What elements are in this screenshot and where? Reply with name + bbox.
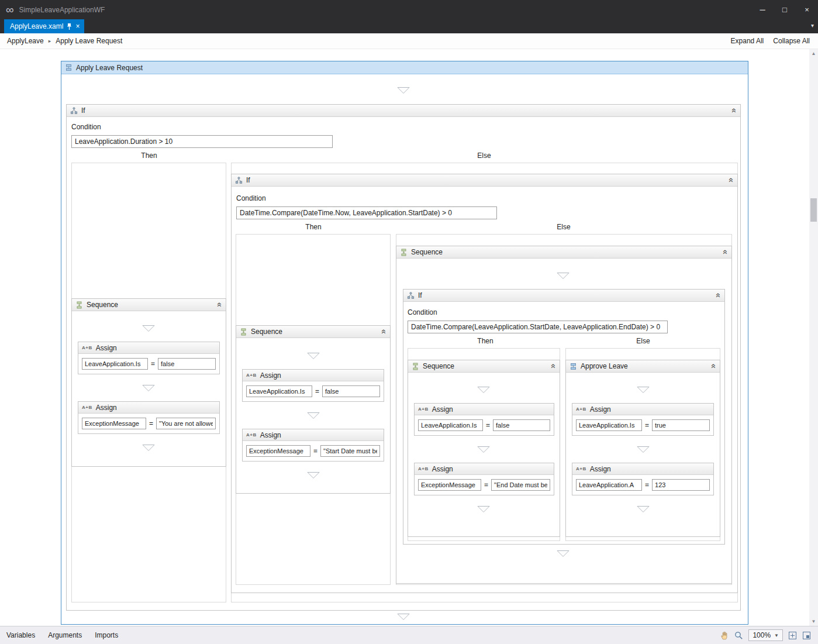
scroll-down-icon[interactable]: ▼ xyxy=(809,617,818,626)
pin-icon[interactable] xyxy=(67,23,72,30)
collapse-all-button[interactable]: Collapse All xyxy=(773,37,810,45)
if-icon xyxy=(407,292,415,299)
activity-title: Sequence xyxy=(87,301,118,309)
assign-to-input[interactable] xyxy=(246,385,312,397)
assign-header[interactable]: A+B Assign xyxy=(78,402,219,414)
collapse-chevron-icon[interactable]: « xyxy=(379,329,389,334)
pan-hand-icon[interactable] xyxy=(720,631,729,640)
collapse-chevron-icon[interactable]: « xyxy=(709,364,719,369)
equals-sign: = xyxy=(645,421,649,429)
drop-insert-triangle-icon xyxy=(142,445,155,451)
drop-insert-triangle-icon xyxy=(557,550,570,557)
variables-tab[interactable]: Variables xyxy=(0,626,42,644)
equals-sign: = xyxy=(151,360,155,368)
assign-value-input[interactable] xyxy=(491,479,550,491)
breadcrumb-item-applyleave[interactable]: ApplyLeave xyxy=(7,37,44,45)
vertical-scrollbar[interactable]: ▲ ▼ xyxy=(809,49,818,626)
tab-applyleave-xaml[interactable]: ApplyLeave.xaml × xyxy=(4,19,84,33)
overview-map-icon[interactable] xyxy=(802,631,811,640)
collapse-chevron-icon[interactable]: « xyxy=(714,293,723,298)
activity-title: Assign xyxy=(432,405,453,414)
sequence-icon xyxy=(412,363,419,370)
sequence-header[interactable]: Sequence « xyxy=(236,326,390,338)
sequence-header[interactable]: Sequence « xyxy=(408,360,560,373)
assign-activity[interactable]: A+B Assign = xyxy=(78,342,220,374)
activity-title: Assign xyxy=(432,465,453,473)
minimize-button[interactable]: ─ xyxy=(751,0,774,19)
assign-value-input[interactable] xyxy=(493,419,550,431)
close-button[interactable]: × xyxy=(796,0,818,19)
activity-icon xyxy=(65,64,73,71)
assign-to-input[interactable] xyxy=(82,358,148,370)
sequence-header[interactable]: Sequence « xyxy=(72,299,226,311)
assign-activity[interactable]: A+B Assign = xyxy=(242,429,384,462)
tab-list-caret-icon[interactable]: ▾ xyxy=(811,22,814,29)
fit-to-screen-icon[interactable] xyxy=(788,631,797,640)
activity-title: Sequence xyxy=(423,362,454,370)
expand-all-button[interactable]: Expand All xyxy=(731,37,764,45)
assign-header[interactable]: A+B Assign xyxy=(572,404,713,415)
approve-leave-header[interactable]: Approve Leave « xyxy=(566,360,720,373)
assign-header[interactable]: A+B Assign xyxy=(572,463,713,475)
assign-to-input[interactable] xyxy=(576,479,642,491)
activity-title: Assign xyxy=(590,465,611,473)
assign-value-input[interactable] xyxy=(322,385,380,397)
assign-activity[interactable]: A+B Assign = xyxy=(414,403,554,436)
sequence-activity[interactable]: Sequence « xyxy=(236,325,391,494)
assign-to-input[interactable] xyxy=(246,445,310,457)
assign-header[interactable]: A+B Assign xyxy=(415,404,554,415)
assign-value-input[interactable] xyxy=(652,419,710,431)
assign-header[interactable]: A+B Assign xyxy=(243,429,384,441)
apply-leave-request-header[interactable]: Apply Leave Request xyxy=(61,61,748,74)
assign-header[interactable]: A+B Assign xyxy=(415,463,554,475)
sequence-header[interactable]: Sequence « xyxy=(396,246,731,259)
assign-activity[interactable]: A+B Assign = xyxy=(572,463,714,495)
assign-value-input[interactable] xyxy=(652,479,710,491)
zoom-level-select[interactable]: 100% ▼ xyxy=(748,629,783,641)
if-activity-header[interactable]: If « xyxy=(232,174,737,187)
if-activity-header[interactable]: If « xyxy=(403,290,724,302)
assign-to-input[interactable] xyxy=(418,479,481,491)
status-bar: Variables Arguments Imports 100% ▼ xyxy=(0,626,818,644)
assign-activity[interactable]: A+B Assign = xyxy=(242,369,384,402)
equals-sign: = xyxy=(645,481,649,489)
condition-label: Condition xyxy=(408,308,437,316)
assign-header[interactable]: A+B Assign xyxy=(78,342,219,354)
condition-label: Condition xyxy=(71,123,101,131)
drop-insert-triangle-icon xyxy=(477,446,490,453)
collapse-chevron-icon[interactable]: « xyxy=(727,178,736,182)
scroll-up-icon[interactable]: ▲ xyxy=(809,49,818,58)
assign-value-input[interactable] xyxy=(158,358,216,370)
maximize-button[interactable]: □ xyxy=(774,0,796,19)
equals-sign: = xyxy=(315,387,319,395)
sequence-activity[interactable]: Sequence « xyxy=(71,298,226,467)
assign-to-input[interactable] xyxy=(418,419,483,431)
collapse-chevron-icon[interactable]: « xyxy=(215,302,225,307)
tab-close-icon[interactable]: × xyxy=(75,22,80,30)
collapse-chevron-icon[interactable]: « xyxy=(721,250,730,254)
assign-activity[interactable]: A+B Assign = xyxy=(572,403,714,436)
imports-tab[interactable]: Imports xyxy=(88,626,125,644)
assign-to-input[interactable] xyxy=(82,418,146,429)
condition-input[interactable] xyxy=(71,135,333,148)
zoom-magnifier-icon[interactable] xyxy=(734,631,743,640)
breadcrumb-item-apply-leave-request[interactable]: Apply Leave Request xyxy=(56,37,122,45)
assign-activity[interactable]: A+B Assign = xyxy=(414,463,554,495)
assign-activity[interactable]: A+B Assign = xyxy=(78,401,220,434)
condition-input[interactable] xyxy=(408,321,668,333)
assign-value-input[interactable] xyxy=(156,418,216,429)
assign-header[interactable]: A+B Assign xyxy=(243,370,384,381)
scrollbar-thumb[interactable] xyxy=(810,198,817,222)
activity-title: If xyxy=(246,176,250,184)
collapse-chevron-icon[interactable]: « xyxy=(730,108,739,113)
condition-input[interactable] xyxy=(236,206,497,219)
collapse-chevron-icon[interactable]: « xyxy=(549,364,558,369)
activity-title: If xyxy=(81,106,85,115)
activity-title: Assign xyxy=(96,344,117,352)
arguments-tab[interactable]: Arguments xyxy=(42,626,88,644)
if-activity-header[interactable]: If « xyxy=(67,105,740,117)
drop-insert-triangle-icon xyxy=(557,273,570,279)
activity-title: Approve Leave xyxy=(581,362,628,370)
assign-to-input[interactable] xyxy=(576,419,642,431)
assign-value-input[interactable] xyxy=(320,445,380,457)
